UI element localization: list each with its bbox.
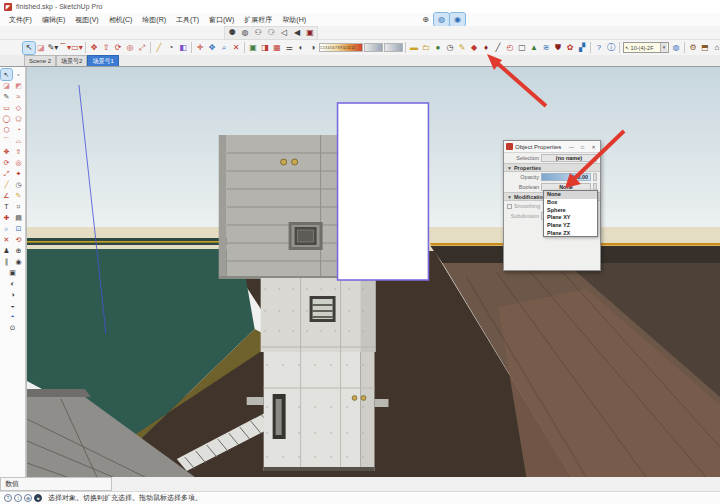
dimension-tool[interactable]: ∠ [1, 190, 12, 201]
protractor-tool[interactable]: ◔ [165, 42, 177, 54]
menu-view[interactable]: 视图(V) [70, 13, 103, 26]
help-icon[interactable]: ? [593, 42, 605, 54]
measurements-box[interactable]: 数值 [0, 477, 112, 491]
camera-view-3-icon[interactable]: ◑ [7, 289, 18, 300]
line-tool[interactable]: ✎ [1, 91, 12, 102]
monitor-icon[interactable]: ▢ [516, 42, 528, 54]
add-location-tool[interactable]: ✚ [1, 212, 12, 223]
layer-globe-icon[interactable]: ◍ [670, 42, 682, 54]
clock-icon[interactable]: ◴ [504, 42, 516, 54]
push-pull-tool[interactable]: ⇧ [100, 42, 112, 54]
zoom-extents-tool[interactable]: ✕ [230, 42, 242, 54]
paint-bucket-tool[interactable]: ◧ [177, 42, 189, 54]
person-camera-icon[interactable]: ⚇ [252, 27, 264, 39]
knife-icon[interactable]: ╱ [492, 42, 504, 54]
two-point-arc-tool[interactable]: ⌓ [13, 135, 24, 146]
flower-icon[interactable]: ✿ [564, 42, 576, 54]
eraser-tool[interactable]: ◪ [35, 42, 47, 54]
next-view-tool[interactable]: ⟲ [13, 234, 24, 245]
signin-status-icon[interactable]: ● [34, 494, 42, 502]
menu-camera[interactable]: 相机(C) [104, 13, 138, 26]
rotate-tool[interactable]: ⟳ [112, 42, 124, 54]
section-fill-tool[interactable]: ◨ [259, 42, 271, 54]
measure-pill-icon[interactable]: ▬ [408, 42, 420, 54]
look-around-tool[interactable]: ⊕ [13, 245, 24, 256]
eraser-tool[interactable]: ◪ [1, 80, 12, 91]
chevron-down-icon[interactable]: ▾ [660, 43, 667, 52]
minimize-button[interactable]: — [567, 144, 576, 150]
look-around-globe-icon[interactable]: ◉ [450, 13, 465, 26]
tape-measure-tool[interactable]: ╱ [153, 42, 165, 54]
shadow-sphere-1-icon[interactable]: ◐ [295, 42, 307, 54]
zoom-tool[interactable]: ⌕ [218, 42, 230, 54]
layers-combo[interactable]: ↖ 10-(4)-2F ▾ [623, 42, 669, 53]
position-camera-tool[interactable]: ♟ [1, 245, 12, 256]
ellipse-tool[interactable]: ⬠ [13, 113, 24, 124]
polygon-tool[interactable]: ⬡ [1, 124, 12, 135]
pie-tool[interactable]: ◔ [13, 124, 24, 135]
offset-tool[interactable]: ◎ [13, 157, 24, 168]
camera-view-1-icon[interactable]: ▣ [7, 267, 18, 278]
info-icon[interactable]: ⓘ [605, 42, 617, 54]
orbit-tool[interactable]: ✛ [194, 42, 206, 54]
rotate-tool[interactable]: ⟳ [1, 157, 12, 168]
scale-tool[interactable]: ⤢ [136, 42, 148, 54]
circle-tool[interactable]: ◯ [1, 113, 12, 124]
freehand-tool[interactable]: ≈ [13, 91, 24, 102]
camera-view-5-icon[interactable]: ◓ [7, 311, 18, 322]
plugin-icon[interactable]: ▞ [576, 42, 588, 54]
camera-view-2-icon[interactable]: ◐ [7, 278, 18, 289]
menu-edit[interactable]: 编辑(E) [37, 13, 70, 26]
menu-extensions[interactable]: 扩展程序 [239, 13, 277, 26]
camera-view-6-icon[interactable]: ⊙ [7, 322, 18, 333]
follow-me-tool[interactable]: ✦ [13, 168, 24, 179]
walkthrough-icon[interactable]: ⚌ [283, 42, 295, 54]
terrain-icon[interactable]: ▲ [528, 42, 540, 54]
tape-measure-tool[interactable]: ╱ [1, 179, 12, 190]
move-tool[interactable]: ✥ [88, 42, 100, 54]
component-box-icon[interactable]: ⬒ [699, 42, 711, 54]
menu-window[interactable]: 窗口(W) [204, 13, 239, 26]
soften-eraser-tool[interactable]: ◩ [13, 80, 24, 91]
lasso-tool[interactable]: ▫ [13, 69, 24, 80]
dropdown-option-box[interactable]: Box [544, 199, 597, 207]
3d-text-tool[interactable]: T [1, 201, 12, 212]
menu-draw[interactable]: 绘图(R) [137, 13, 171, 26]
scene-tab-1[interactable]: Scene 2 [24, 55, 56, 66]
orbit-tool[interactable]: ◉ [13, 256, 24, 267]
camera-view-4-icon[interactable]: ◒ [7, 300, 18, 311]
credits-icon[interactable]: i [14, 494, 22, 502]
walk-tool[interactable]: ∥ [1, 256, 12, 267]
bucket-red-icon[interactable]: ◆ [468, 42, 480, 54]
section-number-scale[interactable]: 1 2 3 4 5 6 7 8 9 10 11 12 [319, 43, 363, 52]
dropdown-option-none[interactable]: None [544, 191, 597, 199]
cone-outline-icon[interactable]: ◁ [278, 27, 290, 39]
home-icon[interactable]: ⌂ [711, 42, 720, 54]
dialog-title-bar[interactable]: Object Properties — □ ✕ [504, 141, 600, 153]
opacity-spinner[interactable] [593, 173, 597, 181]
geolocation-icon[interactable]: ? [4, 494, 12, 502]
protractor-tool[interactable]: ◷ [13, 179, 24, 190]
rectangle-tool[interactable]: ▭▾ [71, 42, 83, 54]
pencil-yellow-icon[interactable]: ✎ [456, 42, 468, 54]
scene-tab-2[interactable]: 场景号2 [56, 55, 87, 66]
arc-tool[interactable]: ⌒▾ [59, 42, 71, 54]
push-pull-tool[interactable]: ⇧ [13, 146, 24, 157]
gear-icon[interactable]: ⚙ [687, 42, 699, 54]
zoom-window-tool[interactable]: ⌕ [1, 223, 12, 234]
move-tool[interactable]: ✥ [1, 146, 12, 157]
dropdown-option-plane-zx[interactable]: Plane ZX [544, 230, 597, 238]
select-tool[interactable]: ↖ [1, 69, 12, 80]
scale-tool[interactable]: ⤢ [1, 168, 12, 179]
menu-file[interactable]: 文件(F) [4, 13, 37, 26]
record-icon[interactable]: ▣ [304, 27, 316, 39]
time-icon[interactable]: ◷ [444, 42, 456, 54]
line-tool[interactable]: ✎▾ [47, 42, 59, 54]
water-icon[interactable]: ≋ [540, 42, 552, 54]
viewport-3d[interactable] [26, 67, 720, 477]
shield-icon[interactable]: ⛊ [552, 42, 564, 54]
axes-origin-icon[interactable]: ⊕ [418, 13, 433, 26]
scene-tab-3-active[interactable]: 场景号1 [87, 55, 118, 66]
selected-white-plane[interactable] [338, 103, 429, 280]
axes-tool[interactable]: ⌗ [13, 201, 24, 212]
